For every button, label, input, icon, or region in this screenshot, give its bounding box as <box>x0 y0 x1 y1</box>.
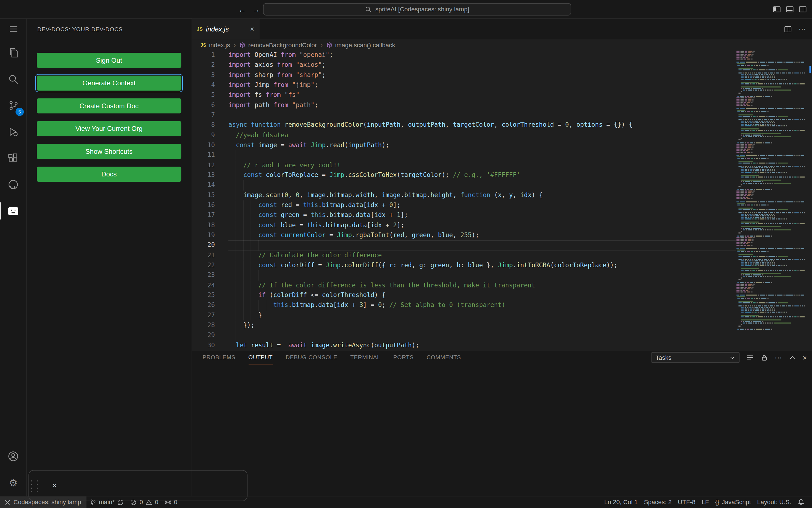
keyboard-layout-indicator[interactable]: Layout: U.S. <box>754 499 794 506</box>
scroll-lock-icon[interactable] <box>761 354 768 361</box>
code-line-21[interactable]: // Calculate the color difference <box>229 250 736 260</box>
line-number[interactable]: 16 <box>192 200 215 210</box>
panel-tab-problems[interactable]: PROBLEMS <box>202 350 235 365</box>
code-line-25[interactable]: if (colorDiff <= colorThreshold) { <box>229 290 736 300</box>
sidebar-button-sign-out[interactable]: Sign Out <box>37 53 181 68</box>
line-number[interactable]: 7 <box>192 110 215 120</box>
minimap[interactable] <box>736 50 805 350</box>
code-line-18[interactable]: const blue = this.bitmap.data[idx + 2]; <box>229 220 736 230</box>
split-editor-icon[interactable] <box>784 25 792 33</box>
line-number[interactable]: 3 <box>192 70 215 80</box>
panel-tab-terminal[interactable]: TERMINAL <box>350 350 380 365</box>
language-indicator[interactable]: {} JavaScript <box>712 499 754 506</box>
run-debug-button[interactable] <box>0 119 27 145</box>
search-button[interactable] <box>0 66 27 92</box>
sidebar-button-show-shortcuts[interactable]: Show Shortcuts <box>37 144 181 159</box>
code-line-23[interactable] <box>229 270 736 280</box>
code-editor[interactable]: 1234567891011121314151617181920212223242… <box>192 50 812 350</box>
explorer-button[interactable] <box>0 40 27 66</box>
code-line-19[interactable]: const currentColor = Jimp.rgbaToInt(red,… <box>229 230 736 240</box>
line-number[interactable]: 17 <box>192 210 215 220</box>
line-number[interactable]: 15 <box>192 190 215 200</box>
code-line-20[interactable] <box>229 240 736 250</box>
code-line-6[interactable]: import path from "path"; <box>229 100 736 110</box>
command-center-search[interactable]: spriteAI [Codespaces: shiny lamp] <box>263 3 571 15</box>
output-content[interactable] <box>192 365 812 496</box>
toggle-secondary-sidebar-icon[interactable] <box>799 5 807 13</box>
line-number[interactable]: 12 <box>192 160 215 170</box>
code-line-22[interactable]: const colorDiff = Jimp.colorDiff({ r: re… <box>229 260 736 270</box>
line-number[interactable]: 6 <box>192 100 215 110</box>
tab-close-icon[interactable]: × <box>250 25 254 33</box>
close-panel-icon[interactable]: × <box>803 354 807 361</box>
github-button[interactable] <box>0 171 27 198</box>
code-line-9[interactable]: //yeah fdsatea <box>229 130 736 140</box>
panel-more-actions-icon[interactable]: ⋯ <box>775 354 782 361</box>
cursor-position[interactable]: Ln 20, Col 1 <box>601 499 641 506</box>
code-line-3[interactable]: import sharp from "sharp"; <box>229 70 736 80</box>
editor-gutter[interactable]: 1234567891011121314151617181920212223242… <box>192 50 229 350</box>
panel-tab-ports[interactable]: PORTS <box>393 350 414 365</box>
line-number[interactable]: 13 <box>192 170 215 180</box>
sidebar-button-create-custom-doc[interactable]: Create Custom Doc <box>37 98 181 113</box>
code-line-13[interactable]: const colorToReplace = Jimp.cssColorToHe… <box>229 170 736 180</box>
line-number[interactable]: 14 <box>192 180 215 190</box>
sidebar-button-view-your-current-org[interactable]: View Your Current Org <box>37 121 181 136</box>
line-number[interactable]: 8 <box>192 120 215 130</box>
code-line-14[interactable] <box>229 180 736 190</box>
code-line-16[interactable]: const red = this.bitmap.data[idx + 0]; <box>229 200 736 210</box>
overlay-close-icon[interactable]: × <box>52 481 56 489</box>
forward-icon[interactable]: → <box>252 5 260 14</box>
line-number[interactable]: 1 <box>192 50 215 60</box>
line-number[interactable]: 25 <box>192 290 215 300</box>
code-line-2[interactable]: import axios from "axios"; <box>229 60 736 70</box>
code-line-12[interactable]: // r and t are very cool!! <box>229 160 736 170</box>
indentation-indicator[interactable]: Spaces: 2 <box>641 499 675 506</box>
accounts-button[interactable] <box>0 443 27 470</box>
dev-docs-extension-button[interactable] <box>0 198 27 224</box>
line-number[interactable]: 24 <box>192 280 215 290</box>
toggle-sidebar-icon[interactable] <box>773 5 781 13</box>
line-number[interactable]: 5 <box>192 90 215 100</box>
line-number[interactable]: 23 <box>192 270 215 280</box>
breadcrumb-item[interactable]: removeBackgroundColor <box>239 41 317 48</box>
more-actions-icon[interactable]: ⋯ <box>799 26 806 33</box>
code-line-17[interactable]: const green = this.bitmap.data[idx + 1]; <box>229 210 736 220</box>
code-line-29[interactable] <box>229 331 736 340</box>
line-number[interactable]: 4 <box>192 80 215 90</box>
maximize-panel-icon[interactable] <box>788 354 796 361</box>
line-number[interactable]: 18 <box>192 220 215 230</box>
sidebar-button-generate-context[interactable]: Generate Context <box>37 76 181 91</box>
code-lines[interactable]: import OpenAI from "openai";import axios… <box>229 50 736 350</box>
line-number[interactable]: 20 <box>192 240 215 250</box>
line-number[interactable]: 28 <box>192 320 215 330</box>
output-channel-dropdown[interactable]: Tasks <box>651 352 739 363</box>
line-number[interactable]: 22 <box>192 260 215 270</box>
back-icon[interactable]: ← <box>238 5 246 14</box>
code-line-4[interactable]: import Jimp from "jimp"; <box>229 80 736 90</box>
panel-tab-debug-console[interactable]: DEBUG CONSOLE <box>286 350 337 365</box>
code-line-15[interactable]: image.scan(0, 0, image.bitmap.width, ima… <box>229 190 736 200</box>
source-control-button[interactable]: 5 <box>0 92 27 119</box>
panel-tab-output[interactable]: OUTPUT <box>248 350 273 365</box>
line-number[interactable]: 21 <box>192 250 215 260</box>
code-line-27[interactable]: } <box>229 310 736 320</box>
extensions-button[interactable] <box>0 145 27 171</box>
code-line-30[interactable]: let result = await image.writeAsync(outp… <box>229 340 736 350</box>
line-number[interactable]: 2 <box>192 60 215 70</box>
notifications-button[interactable] <box>794 499 808 506</box>
floating-overlay[interactable]: × <box>29 470 247 501</box>
code-line-28[interactable]: }); <box>229 320 736 330</box>
line-number[interactable]: 29 <box>192 331 215 340</box>
code-line-1[interactable]: import OpenAI from "openai"; <box>229 50 736 60</box>
eol-indicator[interactable]: LF <box>698 499 712 506</box>
code-line-8[interactable]: async function removeBackgroundColor(inp… <box>229 120 736 130</box>
breadcrumb-item[interactable]: JSindex.js <box>201 41 230 48</box>
line-number[interactable]: 10 <box>192 140 215 150</box>
line-number[interactable]: 30 <box>192 340 215 350</box>
settings-button[interactable]: ⚙ <box>0 470 27 496</box>
overview-ruler[interactable] <box>805 50 812 350</box>
toggle-panel-icon[interactable] <box>785 5 794 13</box>
drag-grip-icon[interactable] <box>31 480 38 492</box>
breadcrumb-item[interactable]: image.scan() callback <box>326 41 395 48</box>
